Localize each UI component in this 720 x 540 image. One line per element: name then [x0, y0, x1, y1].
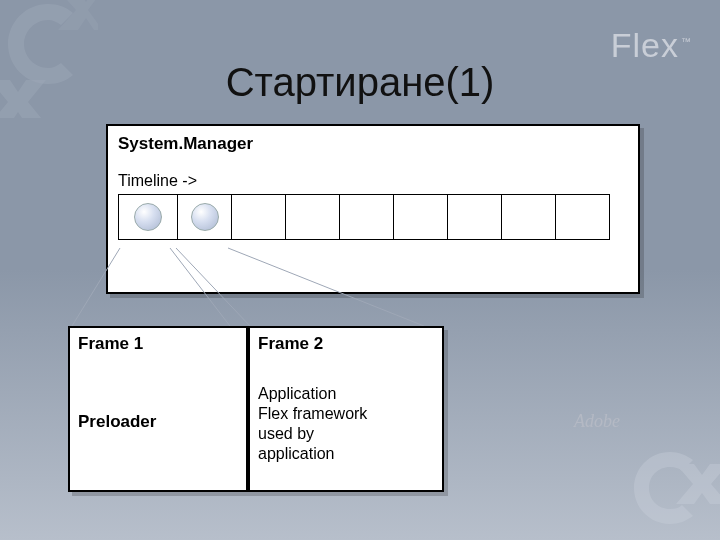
frame-1-label: Frame 1 [78, 334, 238, 354]
timeline-cell [340, 195, 394, 239]
timeline-cell [232, 195, 286, 239]
system-manager-panel: System.Manager Timeline -> [106, 124, 640, 294]
timeline-cell [556, 195, 609, 239]
frame-1-panel: Frame 1 Preloader [68, 326, 248, 492]
timeline-cell [286, 195, 340, 239]
frame-1-body: Preloader [78, 412, 238, 432]
brand-adobe-wordmark: Adobe [574, 411, 620, 432]
timeline-cell [502, 195, 556, 239]
flex-fx-logo-bottom [614, 438, 720, 540]
timeline-label: Timeline -> [118, 172, 628, 190]
frame-2-panel: Frame 2 Application Flex framework used … [248, 326, 444, 492]
timeline-cell [394, 195, 448, 239]
timeline-cell [119, 195, 178, 239]
system-manager-label: System.Manager [118, 134, 628, 154]
timeline-keyframe-dot [134, 203, 162, 231]
timeline-cell [448, 195, 502, 239]
trademark-symbol: ™ [681, 36, 692, 47]
timeline-cell [178, 195, 232, 239]
timeline-keyframe-dot [191, 203, 219, 231]
timeline [118, 194, 610, 240]
frame-2-body: Application Flex framework used by appli… [258, 384, 434, 464]
slide-title: Стартиране(1) [0, 60, 720, 105]
brand-flex-text: Flex [611, 26, 679, 64]
frame-2-label: Frame 2 [258, 334, 434, 354]
